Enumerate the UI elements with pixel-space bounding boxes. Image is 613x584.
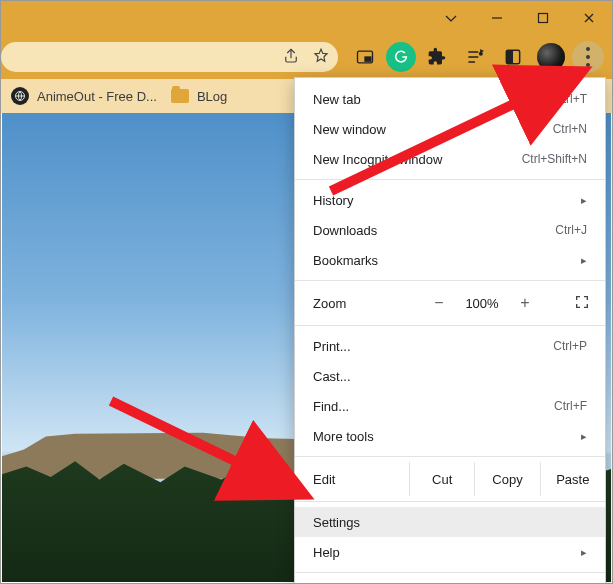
menu-shortcut: Ctrl+P	[553, 339, 587, 353]
menu-label: Find...	[313, 399, 349, 414]
menu-label: New window	[313, 122, 386, 137]
avatar[interactable]	[534, 40, 568, 74]
menu-settings[interactable]: Settings	[295, 507, 605, 537]
fullscreen-icon[interactable]	[565, 294, 599, 313]
extensions-icon[interactable]	[420, 40, 454, 74]
edit-paste-button[interactable]: Paste	[540, 462, 605, 496]
bookmark-label: BLog	[197, 89, 227, 104]
svg-rect-0	[539, 14, 548, 23]
menu-label: New tab	[313, 92, 361, 107]
star-icon[interactable]	[312, 47, 330, 68]
reading-list-icon[interactable]	[496, 40, 530, 74]
menu-exit[interactable]: Exit	[295, 578, 605, 584]
menu-history[interactable]: History	[295, 185, 605, 215]
zoom-in-button[interactable]: +	[507, 294, 543, 312]
picture-in-picture-icon[interactable]	[348, 40, 382, 74]
menu-separator	[295, 572, 605, 573]
address-bar[interactable]	[1, 42, 338, 72]
window-titlebar	[1, 1, 612, 35]
menu-find[interactable]: Find... Ctrl+F	[295, 391, 605, 421]
zoom-out-button[interactable]: −	[421, 294, 457, 312]
edit-copy-button[interactable]: Copy	[474, 462, 539, 496]
menu-label: Downloads	[313, 223, 377, 238]
menu-bookmarks[interactable]: Bookmarks	[295, 245, 605, 275]
bookmark-item[interactable]: AnimeOut - Free D...	[11, 87, 157, 105]
menu-more-tools[interactable]: More tools	[295, 421, 605, 451]
menu-incognito[interactable]: New Incognito window Ctrl+Shift+N	[295, 144, 605, 174]
menu-cast[interactable]: Cast...	[295, 361, 605, 391]
maximize-button[interactable]	[520, 1, 566, 35]
menu-label: Edit	[313, 472, 409, 487]
menu-separator	[295, 179, 605, 180]
music-queue-icon[interactable]	[458, 40, 492, 74]
browser-toolbar	[1, 35, 612, 79]
menu-new-tab[interactable]: New tab Ctrl+T	[295, 84, 605, 114]
menu-label: Cast...	[313, 369, 351, 384]
menu-help[interactable]: Help	[295, 537, 605, 567]
svg-rect-2	[365, 57, 371, 61]
grammarly-icon[interactable]	[386, 42, 416, 72]
bookmark-label: AnimeOut - Free D...	[37, 89, 157, 104]
menu-downloads[interactable]: Downloads Ctrl+J	[295, 215, 605, 245]
minimize-button[interactable]	[474, 1, 520, 35]
globe-icon	[11, 87, 29, 105]
menu-edit-row: Edit Cut Copy Paste	[295, 462, 605, 496]
menu-label: Bookmarks	[313, 253, 378, 268]
menu-separator	[295, 280, 605, 281]
chrome-main-menu: New tab Ctrl+T New window Ctrl+N New Inc…	[294, 77, 606, 584]
menu-shortcut: Ctrl+N	[553, 122, 587, 136]
menu-separator	[295, 456, 605, 457]
menu-print[interactable]: Print... Ctrl+P	[295, 331, 605, 361]
menu-separator	[295, 501, 605, 502]
svg-rect-5	[506, 50, 513, 63]
menu-label: Help	[313, 545, 340, 560]
bookmark-folder[interactable]: BLog	[171, 89, 227, 104]
share-icon[interactable]	[282, 47, 300, 68]
tab-dropdown-icon[interactable]	[428, 1, 474, 35]
menu-separator	[295, 325, 605, 326]
menu-label: New Incognito window	[313, 152, 442, 167]
menu-label: Zoom	[313, 296, 421, 311]
menu-shortcut: Ctrl+Shift+N	[522, 152, 587, 166]
menu-label: History	[313, 193, 353, 208]
menu-label: Print...	[313, 339, 351, 354]
menu-shortcut: Ctrl+J	[555, 223, 587, 237]
menu-label: Settings	[313, 515, 360, 530]
menu-shortcut: Ctrl+F	[554, 399, 587, 413]
menu-label: More tools	[313, 429, 374, 444]
close-button[interactable]	[566, 1, 612, 35]
edit-cut-button[interactable]: Cut	[409, 462, 474, 496]
kebab-menu-button[interactable]	[572, 41, 604, 73]
menu-shortcut: Ctrl+T	[554, 92, 587, 106]
zoom-value: 100%	[457, 296, 507, 311]
menu-new-window[interactable]: New window Ctrl+N	[295, 114, 605, 144]
folder-icon	[171, 89, 189, 103]
menu-zoom-row: Zoom − 100% +	[295, 286, 605, 320]
